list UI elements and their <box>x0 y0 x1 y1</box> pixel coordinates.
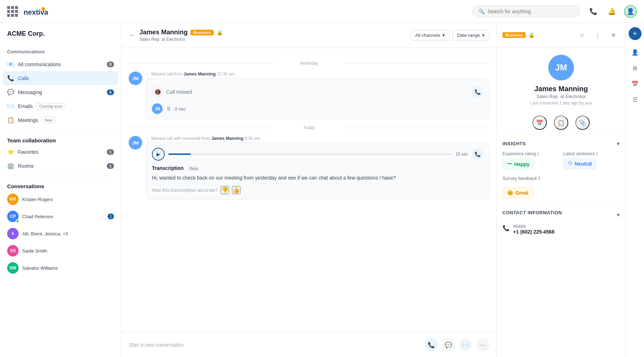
icon-nav: + 👤 ⊞ 📅 ☰ <box>625 23 644 357</box>
star-button[interactable]: ☆ <box>575 29 588 41</box>
contact-calendar-button[interactable]: 📅 <box>532 116 547 130</box>
list-item[interactable]: 5 Alli, Brent, Jessica, +3 <box>0 225 121 242</box>
nav-calendar-icon-button[interactable]: 📅 <box>629 77 641 90</box>
nextiva-logo-svg: nextiva <box>24 6 63 17</box>
experience-rating-card: Experience rating ℹ 〜 Happy <box>502 151 559 170</box>
search-icon: 🔍 <box>479 9 485 14</box>
chat-area: ← James Manning Business 🔒 Sales Rep. at… <box>122 23 497 357</box>
survey-section: Survey feedback ℹ 😊 Great <box>497 176 625 204</box>
msg-content: ← Missed call from James Manning 10:30 a… <box>146 72 489 119</box>
play-button[interactable]: ▶ <box>152 148 165 161</box>
footer-message-button[interactable]: 💬 <box>442 338 455 351</box>
nav-person-icon-button[interactable]: 👤 <box>629 46 641 59</box>
missed-call-icon: 📵 <box>152 86 163 98</box>
emails-coming-soon-badge: Coming soon <box>36 103 65 109</box>
contact-info-title: CONTACT INFORMATION <box>502 210 562 215</box>
rooms-icon: 🏢 <box>7 162 14 169</box>
call-back-button-2[interactable]: 📞 <box>472 148 483 160</box>
nav-icons: 📞 🔔 👤 <box>587 5 637 18</box>
list-item[interactable]: SW Salvator Williams <box>0 259 121 277</box>
mobile-info: Mobile +1 (602) 225-4568 <box>513 224 555 235</box>
logo[interactable]: nextiva <box>7 6 63 17</box>
emails-label: Emails <box>18 103 33 109</box>
phone-nav-button[interactable]: 📞 <box>587 5 600 18</box>
favorites-badge: 1 <box>107 149 114 155</box>
thumbs-up-button[interactable]: 👍 <box>232 186 241 194</box>
list-item[interactable]: KR Kristen Rogers <box>0 191 121 208</box>
add-button[interactable]: + <box>629 27 641 40</box>
beta-badge: Beta <box>187 166 200 171</box>
lock-icon-panel: 🔒 <box>529 32 535 38</box>
search-box[interactable]: 🔍 <box>472 5 580 18</box>
messaging-icon: 💬 <box>7 89 14 96</box>
call-missed-row: 📵 Call missed 📞 <box>152 83 483 101</box>
happy-icon: 〜 <box>507 161 512 167</box>
phone-icon: 📞 <box>502 225 510 231</box>
footer-email-button[interactable]: ✉️ <box>459 338 472 351</box>
contact-profile: JM James Manning Sales Rep. at Electrolu… <box>497 48 625 111</box>
all-channels-filter[interactable]: All channels ▾ <box>411 30 450 40</box>
search-input[interactable] <box>487 9 574 14</box>
contact-info-collapse-button[interactable]: ▾ <box>617 211 620 218</box>
smiley-icon: 😊 <box>507 190 513 196</box>
thumbs-down-button[interactable]: 👎 <box>221 186 229 194</box>
sentiment-value: ♡ Neutral <box>563 158 596 169</box>
pause-icon: ⏸ <box>165 105 172 113</box>
nav-grid-icon-button[interactable]: ⊞ <box>629 62 641 74</box>
contact-tasks-button[interactable]: 📋 <box>554 116 568 130</box>
conv-name-salvator: Salvator Williams <box>22 265 58 271</box>
calls-label: Calls <box>18 75 29 81</box>
transcription-label: Transcription <box>152 165 184 171</box>
avatar: JM <box>129 72 142 85</box>
date-divider-yesterday: Yesterday <box>129 61 489 66</box>
call-back-button[interactable]: 📞 <box>472 86 483 98</box>
notification-bell-button[interactable]: 🔔 <box>605 5 618 18</box>
msg-meta: ← Missed call with voicemail from James … <box>146 136 489 141</box>
svg-text:nextiva: nextiva <box>24 8 49 16</box>
new-conversation-placeholder: Start a new conversation <box>129 342 421 348</box>
list-item[interactable]: SS Sadie Smith <box>0 242 121 259</box>
feedback-row: Was this transcription accurate? 👎 👍 <box>152 186 483 194</box>
back-button[interactable]: ← <box>129 31 135 39</box>
favorites-icon: ⭐ <box>7 148 14 155</box>
contact-avatar-large: JM <box>548 55 574 80</box>
sidebar-item-all-communications[interactable]: 📧 All communications 8 <box>0 57 121 71</box>
contact-attachment-button[interactable]: 📎 <box>575 116 590 130</box>
contact-full-name: James Manning <box>502 85 620 93</box>
msg-meta: ← Missed call from James Manning 10:30 a… <box>146 72 489 77</box>
nav-list-icon-button[interactable]: ☰ <box>629 93 641 106</box>
top-nav: nextiva 🔍 📞 🔔 👤 <box>0 0 644 23</box>
user-avatar-button[interactable]: 👤 <box>624 5 637 18</box>
more-options-button[interactable]: ⋮ <box>591 29 604 41</box>
audio-progress-bar[interactable] <box>168 153 452 155</box>
meetings-label: Meetings <box>18 117 38 123</box>
mobile-value: +1 (602) 225-4568 <box>513 229 555 235</box>
footer-phone-button[interactable]: 📞 <box>425 338 438 351</box>
conversations-header: Conversations <box>0 179 121 191</box>
company-name: ACME Corp. <box>0 30 121 43</box>
list-item[interactable]: CP Chad Peterson 1 <box>0 208 121 225</box>
chat-header-info: James Manning Business 🔒 Sales Rep. at E… <box>139 29 406 42</box>
sidebar-item-calls[interactable]: 📞 Calls <box>3 71 118 85</box>
sidebar-item-favorites[interactable]: ⭐ Favorites 1 <box>0 145 121 159</box>
insights-collapse-button[interactable]: ▾ <box>617 140 620 147</box>
avatar: KR <box>7 194 19 205</box>
close-panel-button[interactable]: ✕ <box>607 29 620 41</box>
emails-icon: ✉️ <box>7 103 14 109</box>
grid-icon <box>7 6 18 17</box>
footer-more-button[interactable]: ⋯ <box>476 338 489 351</box>
date-range-filter[interactable]: Date range ▾ <box>452 30 489 40</box>
contact-mobile-row: 📞 Mobile +1 (602) 225-4568 <box>502 224 620 235</box>
chat-header: ← James Manning Business 🔒 Sales Rep. at… <box>122 23 496 48</box>
info-icon: ℹ <box>537 152 539 156</box>
avatar: SW <box>7 262 19 274</box>
sidebar-item-messaging[interactable]: 💬 Messaging 5 <box>0 85 121 99</box>
sidebar-item-emails[interactable]: ✉️ Emails Coming soon <box>0 99 121 113</box>
contact-job-title: Sales Rep. at Electrolux <box>502 94 620 99</box>
message-group: JM ← Missed call with voicemail from Jam… <box>129 136 489 200</box>
sidebar-item-meetings[interactable]: 📋 Meetings New <box>0 113 121 127</box>
heart-icon: ♡ <box>568 161 573 167</box>
avatar: JM <box>152 103 163 114</box>
sidebar-item-rooms[interactable]: 🏢 Rooms 1 <box>0 159 121 173</box>
audio-duration: 15 sec <box>456 152 468 157</box>
